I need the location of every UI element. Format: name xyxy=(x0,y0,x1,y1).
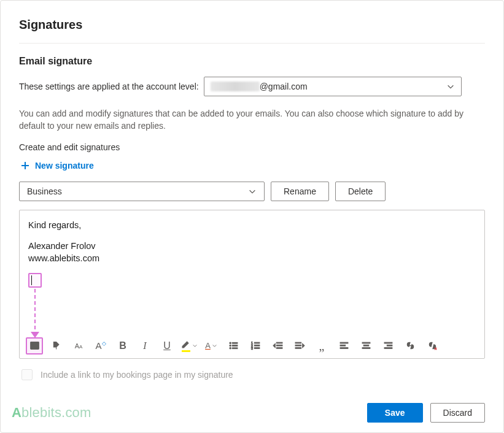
bookings-checkbox-row: Include a link to my bookings page in my… xyxy=(19,367,485,382)
underline-icon: U xyxy=(163,340,171,351)
bookings-checkbox[interactable] xyxy=(21,369,33,380)
font-size-icon: A◇ xyxy=(95,340,106,351)
chevron-down-icon xyxy=(212,343,217,348)
svg-rect-21 xyxy=(295,345,301,347)
svg-text:3: 3 xyxy=(251,347,253,350)
svg-rect-5 xyxy=(232,342,238,343)
delete-button[interactable]: Delete xyxy=(335,182,386,201)
font-family-button[interactable]: AA xyxy=(70,337,87,354)
align-center-icon xyxy=(361,340,371,351)
signature-select[interactable]: Business xyxy=(19,182,265,201)
account-value: @gmail.com xyxy=(211,82,308,91)
chevron-down-icon xyxy=(248,187,257,196)
format-painter-button[interactable] xyxy=(48,337,65,354)
save-button[interactable]: Save xyxy=(367,403,423,423)
section-title: Email signature xyxy=(19,56,485,67)
italic-button[interactable]: I xyxy=(136,337,153,354)
divider xyxy=(19,43,485,44)
svg-rect-7 xyxy=(232,345,238,347)
editor-content[interactable]: Kind regards, Alexander Frolov www.ableb… xyxy=(20,210,484,333)
editor-line: www.ablebits.com xyxy=(28,252,476,264)
numbering-icon: 123 xyxy=(250,340,261,351)
account-label: These settings are applied at the accoun… xyxy=(19,82,199,91)
plus-icon xyxy=(20,161,30,171)
footer-buttons: Save Discard xyxy=(367,403,485,423)
svg-rect-13 xyxy=(254,345,260,347)
redacted-username xyxy=(211,82,260,91)
svg-rect-9 xyxy=(232,348,238,349)
numbering-button[interactable]: 123 xyxy=(247,337,264,354)
unlink-icon xyxy=(427,340,438,351)
font-color-icon: A xyxy=(205,342,211,350)
svg-point-8 xyxy=(229,348,231,350)
align-left-icon xyxy=(339,340,349,351)
bold-icon: B xyxy=(119,340,126,351)
svg-marker-23 xyxy=(302,343,304,347)
quote-button[interactable]: „ xyxy=(313,337,330,354)
svg-rect-28 xyxy=(363,345,369,347)
account-domain: @gmail.com xyxy=(260,82,308,91)
bold-button[interactable]: B xyxy=(114,337,131,354)
align-right-button[interactable] xyxy=(379,337,397,354)
underline-button[interactable]: U xyxy=(158,337,176,354)
bookings-checkbox-label: Include a link to my bookings page in my… xyxy=(41,370,233,380)
rename-button[interactable]: Rename xyxy=(271,182,329,201)
outdent-button[interactable] xyxy=(269,337,286,354)
insert-image-button[interactable] xyxy=(26,337,43,354)
annotation-arrow xyxy=(34,289,36,334)
align-center-button[interactable] xyxy=(357,337,374,354)
svg-marker-19 xyxy=(273,343,275,347)
align-left-button[interactable] xyxy=(335,337,352,354)
remove-link-button[interactable] xyxy=(424,337,441,354)
svg-point-3 xyxy=(32,344,34,346)
quote-icon: „ xyxy=(319,343,325,348)
svg-rect-17 xyxy=(276,345,282,347)
new-signature-button[interactable]: New signature xyxy=(19,158,95,173)
editor-line: Alexander Frolov xyxy=(28,240,476,252)
annotation-cursor-highlight xyxy=(28,273,42,288)
svg-rect-18 xyxy=(276,348,282,349)
chevron-down-icon xyxy=(192,343,198,348)
indent-icon xyxy=(295,340,305,351)
font-family-icon: AA xyxy=(75,342,83,350)
bullets-button[interactable] xyxy=(225,337,242,354)
svg-rect-26 xyxy=(340,348,348,349)
account-select[interactable]: @gmail.com xyxy=(204,77,462,96)
editor-toolbar: AA A◇ B I U A xyxy=(20,333,484,358)
svg-rect-31 xyxy=(387,345,392,347)
svg-rect-11 xyxy=(254,342,260,343)
font-color-button[interactable]: A xyxy=(203,337,220,354)
discard-button[interactable]: Discard xyxy=(430,403,485,423)
svg-rect-32 xyxy=(384,348,392,349)
signature-editor: Kind regards, Alexander Frolov www.ableb… xyxy=(19,210,485,359)
svg-point-4 xyxy=(229,342,231,344)
create-edit-label: Create and edit signatures xyxy=(19,142,485,152)
outdent-icon xyxy=(273,340,283,351)
indent-button[interactable] xyxy=(291,337,308,354)
svg-rect-25 xyxy=(340,345,346,347)
signature-select-value: Business xyxy=(27,186,62,196)
footer: Ablebits.com Save Discard xyxy=(12,403,485,423)
italic-icon: I xyxy=(143,340,146,351)
page-title: Signatures xyxy=(19,18,485,32)
format-painter-icon xyxy=(52,340,62,351)
svg-rect-30 xyxy=(384,342,392,343)
svg-rect-29 xyxy=(362,348,370,349)
annotation-arrow-head xyxy=(31,332,39,338)
chevron-down-icon xyxy=(446,82,455,91)
signature-controls-row: Business Rename Delete xyxy=(19,182,485,201)
align-right-icon xyxy=(383,340,394,351)
highlight-button[interactable] xyxy=(180,337,198,354)
svg-rect-27 xyxy=(362,342,370,343)
image-icon xyxy=(29,340,40,351)
svg-rect-20 xyxy=(295,342,301,343)
highlight-icon xyxy=(180,339,191,352)
watermark: Ablebits.com xyxy=(12,405,91,421)
signatures-panel: Signatures Email signature These setting… xyxy=(0,0,504,433)
insert-link-button[interactable] xyxy=(401,337,419,354)
svg-point-6 xyxy=(229,345,231,347)
svg-rect-24 xyxy=(340,342,348,343)
font-size-button[interactable]: A◇ xyxy=(92,337,109,354)
help-text: You can add and modify signatures that c… xyxy=(19,107,485,132)
svg-rect-16 xyxy=(276,342,282,343)
